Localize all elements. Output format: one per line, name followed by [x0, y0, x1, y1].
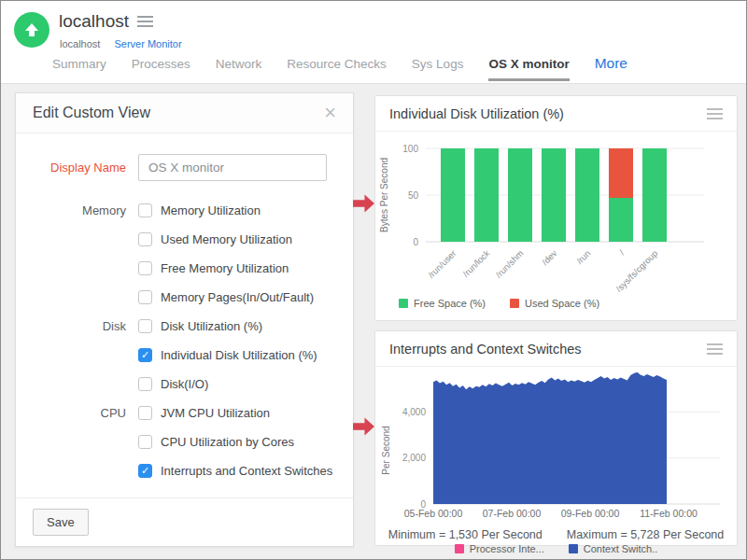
red-arrow-annotation-top — [353, 193, 374, 214]
disk-utilization-bar-chart: 050100Bytes Per Second/run/user/run/lock… — [375, 132, 730, 292]
legend-swatch-icon — [455, 544, 464, 553]
option-label[interactable]: Used Memory Utilization — [161, 232, 292, 246]
dialog-footer: Save — [16, 497, 353, 546]
interrupts-chart-legend: Processor Inte...Context Switch.. — [375, 543, 737, 554]
option-label[interactable]: JVM CPU Utilization — [161, 406, 270, 420]
disk-chart-title: Individual Disk Utilization (%) — [389, 106, 564, 121]
option-label[interactable]: Free Memory Utilization — [161, 261, 289, 275]
checkbox-unchecked[interactable] — [138, 406, 152, 420]
option-jvm-cpu-utilization: JVM CPU Utilization — [138, 399, 332, 427]
checkbox-unchecked[interactable] — [138, 232, 152, 246]
option-used-memory-utilization: Used Memory Utilization — [138, 225, 314, 254]
app-window: localhost localhost Server Monitor Summa… — [0, 0, 747, 560]
option-free-memory-utilization: Free Memory Utilization — [138, 254, 314, 283]
svg-text:/dev: /dev — [540, 247, 559, 267]
tab-network[interactable]: Network — [216, 57, 262, 78]
svg-text:/run/lock: /run/lock — [460, 247, 491, 278]
legend-swatch-icon — [510, 299, 519, 308]
legend-swatch-icon — [399, 299, 408, 308]
tab-more[interactable]: More — [595, 55, 627, 72]
option-individual-disk-utilization-: ✓Individual Disk Utilization (%) — [138, 341, 317, 370]
option-label[interactable]: Interrupts and Context Switches — [161, 464, 332, 478]
svg-text:/run/shm: /run/shm — [493, 248, 525, 280]
checkbox-unchecked[interactable] — [138, 261, 152, 275]
option-disk-i-o-: Disk(I/O) — [138, 370, 317, 399]
checkbox-unchecked[interactable] — [138, 435, 152, 449]
legend-item: Processor Inte... — [455, 543, 544, 554]
option-interrupts-and-context-switches: ✓Interrupts and Context Switches — [138, 456, 332, 485]
checkbox-unchecked[interactable] — [138, 319, 152, 333]
metric-groups: MemoryMemory UtilizationUsed Memory Util… — [16, 196, 353, 485]
group-memory: MemoryMemory UtilizationUsed Memory Util… — [16, 196, 353, 312]
option-label[interactable]: Memory Utilization — [161, 203, 261, 217]
minimum-value: Minimum = 1,530 Per Second — [388, 528, 543, 541]
tab-resource-checks[interactable]: Resource Checks — [287, 57, 387, 78]
svg-text:0: 0 — [413, 237, 418, 247]
legend-item: Context Switch.. — [569, 543, 657, 554]
checkbox-checked[interactable]: ✓ — [138, 348, 152, 362]
tab-processes[interactable]: Processes — [132, 57, 190, 78]
option-memory-utilization: Memory Utilization — [138, 196, 314, 225]
legend-label: Processor Inte... — [470, 543, 544, 554]
monitor-status-up-arrow-icon — [14, 12, 49, 48]
option-memory-pages-in-out-fault-: Memory Pages(In/Out/Fault) — [138, 283, 314, 312]
group-label: Disk — [16, 312, 126, 341]
option-label[interactable]: Memory Pages(In/Out/Fault) — [161, 290, 314, 304]
tab-summary[interactable]: Summary — [52, 57, 106, 78]
svg-text:100: 100 — [402, 144, 418, 154]
svg-text:05-Feb 00:00: 05-Feb 00:00 — [404, 508, 463, 519]
disk-chart-legend: Free Space (%)Used Space (%) — [399, 298, 737, 309]
option-label[interactable]: Disk(I/O) — [161, 377, 208, 391]
display-name-row: Display Name — [16, 154, 353, 181]
interrupts-chart-title: Interrupts and Context Switches — [389, 342, 582, 357]
tab-os-x-monitor[interactable]: OS X monitor — [488, 57, 569, 81]
red-arrow-annotation-bottom — [353, 416, 374, 437]
breadcrumb-server-monitor-link[interactable]: Server Monitor — [114, 38, 181, 49]
option-label[interactable]: Disk Utilization (%) — [161, 319, 262, 333]
interrupts-chart-menu-icon[interactable] — [707, 341, 723, 357]
legend-item: Used Space (%) — [510, 298, 599, 309]
tab-bar: SummaryProcessesNetworkResource ChecksSy… — [52, 55, 627, 81]
legend-swatch-icon — [569, 544, 578, 553]
group-disk: DiskDisk Utilization (%)✓Individual Disk… — [16, 312, 353, 399]
svg-text:/run/user: /run/user — [426, 248, 458, 280]
maximum-value: Maximum = 5,728 Per Second — [567, 528, 725, 541]
option-label[interactable]: CPU Utilization by Cores — [161, 435, 294, 449]
svg-text:50: 50 — [408, 190, 419, 201]
disk-utilization-card: Individual Disk Utilization (%) 050100By… — [374, 95, 738, 321]
interrupts-area-chart: 02,0004,000Per Second05-Feb 00:0007-Feb … — [375, 367, 730, 522]
breadcrumb: localhost Server Monitor — [60, 38, 182, 49]
svg-text:07-Feb 00:00: 07-Feb 00:00 — [483, 508, 542, 519]
svg-text:4,000: 4,000 — [402, 407, 426, 417]
content-area: Edit Custom View × Display Name MemoryMe… — [1, 83, 746, 560]
svg-text:09-Feb 00:00: 09-Feb 00:00 — [561, 508, 620, 519]
svg-text:/: / — [617, 247, 627, 257]
svg-text:Per Second: Per Second — [381, 426, 391, 474]
title-hamburger-menu-icon[interactable] — [137, 13, 153, 30]
svg-text:Bytes Per Second: Bytes Per Second — [379, 158, 389, 232]
checkbox-unchecked[interactable] — [138, 290, 152, 304]
checkbox-unchecked[interactable] — [138, 203, 152, 217]
disk-chart-menu-icon[interactable] — [707, 105, 723, 122]
option-disk-utilization-: Disk Utilization (%) — [138, 312, 317, 341]
breadcrumb-host: localhost — [60, 38, 100, 49]
legend-label: Context Switch.. — [584, 543, 657, 554]
legend-item: Free Space (%) — [399, 298, 486, 309]
svg-text:/sys/fs/cgroup: /sys/fs/cgroup — [613, 248, 659, 292]
tab-sys-logs[interactable]: Sys Logs — [412, 57, 464, 78]
legend-label: Free Space (%) — [414, 298, 486, 309]
display-name-input[interactable] — [138, 154, 327, 181]
checkbox-checked[interactable]: ✓ — [138, 464, 152, 478]
svg-text:11-Feb 00:00: 11-Feb 00:00 — [640, 508, 698, 519]
option-label[interactable]: Individual Disk Utilization (%) — [161, 348, 317, 362]
svg-text:2,000: 2,000 — [402, 453, 426, 463]
checkbox-unchecked[interactable] — [138, 377, 152, 391]
app-header: localhost localhost Server Monitor Summa… — [1, 1, 746, 83]
group-label: CPU — [16, 399, 126, 427]
svg-text:/run: /run — [574, 248, 592, 266]
save-button[interactable]: Save — [33, 509, 89, 536]
edit-custom-view-dialog: Edit Custom View × Display Name MemoryMe… — [15, 92, 354, 547]
page-title: localhost — [59, 11, 129, 32]
close-icon[interactable]: × — [324, 103, 336, 123]
dialog-title: Edit Custom View — [33, 105, 150, 121]
